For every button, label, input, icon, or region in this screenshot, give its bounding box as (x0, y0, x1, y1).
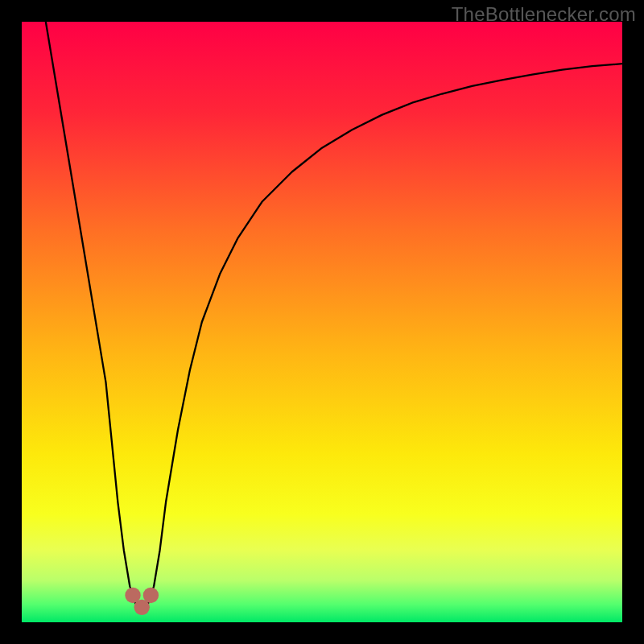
marker-valley-right (143, 588, 159, 603)
plot-area (22, 22, 622, 622)
chart-frame: TheBottlenecker.com (0, 0, 644, 644)
bottleneck-curve (22, 22, 622, 622)
watermark-text: TheBottlenecker.com (452, 3, 636, 26)
